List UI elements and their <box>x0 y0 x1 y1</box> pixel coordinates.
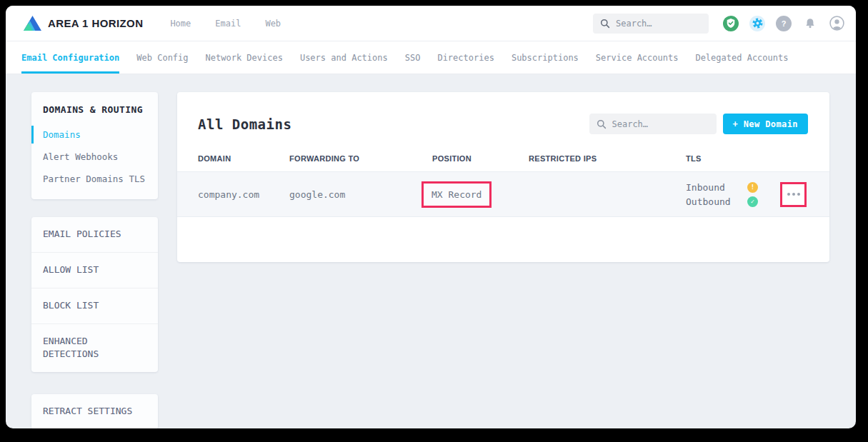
help-glyph: ? <box>782 19 787 28</box>
cell-position: MX Record <box>432 181 529 208</box>
tab-delegated-accounts[interactable]: Delegated Accounts <box>695 41 788 74</box>
tls-outbound-label: Outbound <box>686 196 747 207</box>
cell-domain: company.com <box>198 189 289 200</box>
global-search[interactable] <box>593 14 709 34</box>
help-icon[interactable]: ? <box>776 16 792 31</box>
nav-home[interactable]: Home <box>170 19 191 29</box>
policy-sections-card: EMAIL POLICIES ALLOW LIST BLOCK LIST ENH… <box>31 217 158 372</box>
tls-outbound-line: Outbound ✓ <box>686 194 780 209</box>
search-icon <box>600 19 610 29</box>
global-search-input[interactable] <box>616 19 698 29</box>
brand-name: AREA 1 HORIZON <box>48 17 143 29</box>
highlight-box-position: MX Record <box>421 181 492 208</box>
sidebar-item-domains[interactable]: Domains <box>43 124 146 146</box>
notifications-bell-icon[interactable] <box>802 16 818 31</box>
cell-actions <box>780 182 809 207</box>
dot-icon <box>787 193 790 196</box>
cell-tls: Inbound ! Outbound ✓ <box>686 180 780 209</box>
col-header-forwarding-to: FORWARDING TO <box>289 154 432 163</box>
domains-routing-title: DOMAINS & ROUTING <box>43 104 146 115</box>
tab-directories[interactable]: Directories <box>437 41 494 74</box>
shield-check-icon[interactable] <box>723 16 739 31</box>
table-row: company.com google.com MX Record Inbound… <box>177 171 829 217</box>
sidebar-item-block-list[interactable]: BLOCK LIST <box>31 288 158 324</box>
more-actions-button[interactable] <box>780 182 807 207</box>
col-header-position: POSITION <box>432 154 529 163</box>
panel-header: All Domains + New Domain <box>177 92 829 134</box>
sidebar-item-allow-list[interactable]: ALLOW LIST <box>31 253 158 288</box>
sidebar: DOMAINS & ROUTING Domains Alert Webhooks… <box>31 92 158 428</box>
all-domains-panel: All Domains + New Domain DOMAIN FORWARDI… <box>177 92 829 262</box>
sidebar-item-partner-domains-tls[interactable]: Partner Domains TLS <box>43 168 146 190</box>
tab-email-configuration[interactable]: Email Configuration <box>21 41 119 74</box>
col-header-tls: TLS <box>686 154 780 163</box>
warning-status-icon: ! <box>747 182 758 193</box>
settings-gear-icon[interactable] <box>749 16 765 31</box>
tab-service-accounts[interactable]: Service Accounts <box>596 41 679 74</box>
position-value: MX Record <box>431 189 482 200</box>
nav-email[interactable]: Email <box>215 19 241 29</box>
tab-web-config[interactable]: Web Config <box>136 41 188 74</box>
tab-network-devices[interactable]: Network Devices <box>206 41 283 74</box>
table-header-row: DOMAIN FORWARDING TO POSITION RESTRICTED… <box>177 134 829 171</box>
app-window: AREA 1 HORIZON Home Email Web <box>6 6 856 428</box>
tls-inbound-label: Inbound <box>686 182 747 193</box>
sidebar-item-email-policies[interactable]: EMAIL POLICIES <box>31 217 158 253</box>
top-nav: Home Email Web <box>170 19 281 29</box>
dot-icon <box>792 193 795 196</box>
retract-settings-card: RETRACT SETTINGS <box>31 394 158 428</box>
domains-search-input[interactable] <box>612 119 694 129</box>
cell-forwarding-to: google.com <box>289 189 432 200</box>
tab-subscriptions[interactable]: Subscriptions <box>512 41 579 74</box>
topbar-icons: ? <box>723 16 844 31</box>
sidebar-item-retract-settings[interactable]: RETRACT SETTINGS <box>31 394 158 428</box>
success-status-icon: ✓ <box>747 196 758 207</box>
new-domain-button[interactable]: + New Domain <box>723 114 809 134</box>
domains-routing-card: DOMAINS & ROUTING Domains Alert Webhooks… <box>31 92 158 199</box>
search-icon <box>597 119 607 129</box>
sidebar-item-alert-webhooks[interactable]: Alert Webhooks <box>43 146 146 168</box>
nav-web[interactable]: Web <box>265 19 281 29</box>
tls-inbound-line: Inbound ! <box>686 180 780 194</box>
domains-search[interactable] <box>589 114 717 134</box>
page-title: All Domains <box>198 116 291 132</box>
col-header-domain: DOMAIN <box>198 154 289 163</box>
tab-sso[interactable]: SSO <box>405 41 421 74</box>
account-icon[interactable] <box>829 16 844 31</box>
tab-users-and-actions[interactable]: Users and Actions <box>300 41 388 74</box>
area1-triangle-logo-icon <box>23 15 42 31</box>
section-tabs: Email Configuration Web Config Network D… <box>6 41 856 74</box>
col-header-restricted-ips: RESTRICTED IPS <box>529 154 686 163</box>
brand-logo: AREA 1 HORIZON <box>23 15 143 31</box>
topbar: AREA 1 HORIZON Home Email Web <box>6 6 856 41</box>
dot-icon <box>797 193 800 196</box>
sidebar-item-enhanced-detections[interactable]: ENHANCED DETECTIONS <box>31 324 158 373</box>
content-area: DOMAINS & ROUTING Domains Alert Webhooks… <box>6 74 856 428</box>
